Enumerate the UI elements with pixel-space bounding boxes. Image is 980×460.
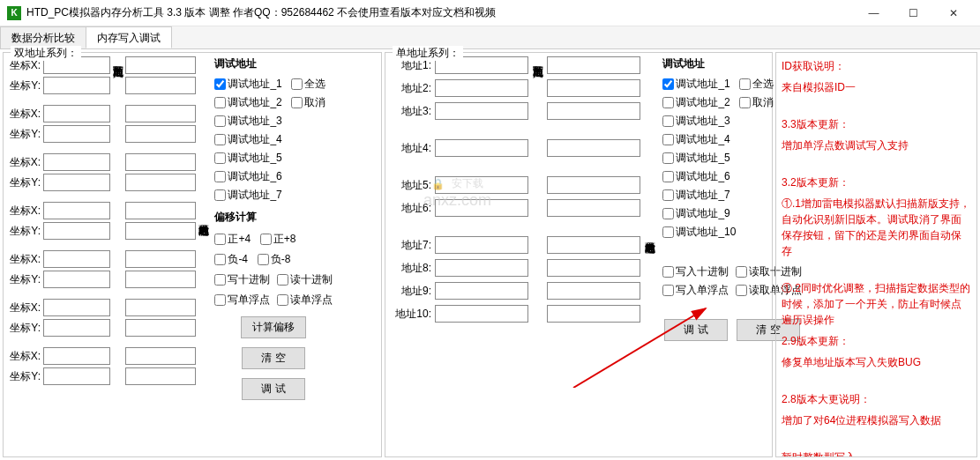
single-chk-6[interactable] <box>662 171 674 182</box>
dual-y2[interactable] <box>43 125 110 143</box>
dual-b12[interactable] <box>125 319 196 337</box>
chk-neg4[interactable] <box>214 254 226 265</box>
dual-y4[interactable] <box>43 222 110 240</box>
dual-b3[interactable] <box>125 105 196 122</box>
dual-x6[interactable] <box>43 299 110 316</box>
dual-chk-4[interactable] <box>214 134 226 145</box>
dual-debug-title: 调试地址 <box>214 56 332 71</box>
addr-b3[interactable] <box>547 102 640 120</box>
dual-y3[interactable] <box>43 174 110 191</box>
addr-b8[interactable] <box>547 259 640 277</box>
addr-4[interactable] <box>435 139 528 157</box>
single-chk-cancel[interactable] <box>739 97 751 108</box>
info-id-title: ID获取说明： <box>782 58 971 74</box>
dual-b1[interactable] <box>125 56 196 74</box>
dual-chk-6[interactable] <box>214 171 226 182</box>
titlebar: K HTD_PC模拟器内存分析工具 3.3 版本 调整 作者QQ：9526844… <box>0 0 980 26</box>
maximize-button[interactable]: ☐ <box>894 1 933 26</box>
dual-x2[interactable] <box>43 105 110 122</box>
single-write-float[interactable] <box>662 285 674 296</box>
addr-6[interactable] <box>435 199 528 217</box>
dual-chk-1[interactable] <box>214 78 226 90</box>
addr-b9[interactable] <box>547 282 640 300</box>
dual-b14[interactable] <box>125 367 196 385</box>
tab-bar: 数据分析比较 内存写入调试 <box>0 26 980 49</box>
addr-2[interactable] <box>435 79 528 97</box>
dual-b7[interactable] <box>125 202 196 219</box>
dual-y6[interactable] <box>43 319 110 337</box>
single-read-dec[interactable] <box>736 266 747 278</box>
addr-7[interactable] <box>435 236 528 254</box>
dual-x5[interactable] <box>43 250 110 268</box>
dual-b5[interactable] <box>125 153 196 171</box>
dual-x4[interactable] <box>43 202 110 219</box>
dual-b13[interactable] <box>125 347 196 365</box>
single-chk-9[interactable] <box>662 208 674 219</box>
dual-coord-col-b <box>125 56 196 400</box>
dual-chk-7[interactable] <box>214 189 226 201</box>
single-debug-button[interactable]: 调 试 <box>664 319 728 341</box>
dual-chk-3[interactable] <box>214 115 226 127</box>
chk-write-float[interactable] <box>214 294 226 306</box>
single-chk-7[interactable] <box>662 189 674 201</box>
single-read-float[interactable] <box>736 285 747 296</box>
window-title: HTD_PC模拟器内存分析工具 3.3 版本 调整 作者QQ：952684462… <box>26 5 854 20</box>
dual-y7[interactable] <box>43 367 110 385</box>
minimize-button[interactable]: — <box>854 1 894 26</box>
chk-write-dec[interactable] <box>214 274 226 286</box>
single-chk-3[interactable] <box>662 115 674 127</box>
dual-debug-button[interactable]: 调 试 <box>242 378 305 400</box>
addr-5[interactable] <box>435 176 528 194</box>
tab-memory-debug[interactable]: 内存写入调试 <box>86 26 172 48</box>
single-address-panel: 单地址系列： 地址1: 地址2: 地址3: 地址4: 地址5: 地址6: 地址7… <box>385 52 773 457</box>
chk-read-float[interactable] <box>277 294 288 306</box>
addr-10[interactable] <box>435 305 528 323</box>
addr-9[interactable] <box>435 282 528 300</box>
addr-b10[interactable] <box>547 305 640 323</box>
chk-pos4[interactable] <box>214 234 226 245</box>
single-chk-all[interactable] <box>739 78 751 90</box>
dual-b4[interactable] <box>125 125 196 143</box>
dual-chk-2[interactable] <box>214 97 226 108</box>
dual-pre-vlabel: 前面是预写入地址 <box>112 56 123 400</box>
addr-3[interactable] <box>435 102 528 120</box>
addr-b1[interactable] <box>547 56 640 74</box>
dual-b10[interactable] <box>125 271 196 288</box>
info-id-line: 来自模拟器ID一 <box>782 79 971 95</box>
dual-y5[interactable] <box>43 271 110 288</box>
info-panel: ID获取说明： 来自模拟器ID一 3.3版本更新： 增加单浮点数调试写入支持 3… <box>775 52 977 457</box>
chk-neg8[interactable] <box>258 254 269 265</box>
single-post-vlabel: 后面是临时内存地址 <box>644 233 655 341</box>
single-write-dec[interactable] <box>662 266 674 278</box>
addr-b7[interactable] <box>547 236 640 254</box>
dual-panel-title: 双地址系列： <box>11 46 81 61</box>
dual-b9[interactable] <box>125 250 196 268</box>
dual-chk-all[interactable] <box>291 78 303 90</box>
chk-pos8[interactable] <box>260 234 272 245</box>
chk-read-dec[interactable] <box>277 274 288 286</box>
calc-offset-button[interactable]: 计算偏移 <box>241 316 306 338</box>
addr-b6[interactable] <box>547 199 640 217</box>
close-button[interactable]: ✕ <box>933 1 973 26</box>
single-chk-10[interactable] <box>662 226 674 238</box>
single-chk-4[interactable] <box>662 134 674 145</box>
addr-b5[interactable] <box>547 176 640 194</box>
dual-b6[interactable] <box>125 174 196 191</box>
dual-x7[interactable] <box>43 347 110 365</box>
dual-chk-cancel[interactable] <box>291 97 303 108</box>
dual-x3[interactable] <box>43 153 110 171</box>
single-panel-title: 单地址系列： <box>393 46 463 61</box>
addr-8[interactable] <box>435 259 528 277</box>
single-chk-2[interactable] <box>662 97 674 108</box>
single-chk-1[interactable] <box>662 78 674 90</box>
addr-b4[interactable] <box>547 139 640 157</box>
dual-b11[interactable] <box>125 299 196 316</box>
addr-b2[interactable] <box>547 79 640 97</box>
info-v32-line1: ①.1增加雷电模拟器默认扫描新版支持，自动化识别新旧版本。调试取消了界面保存按钮… <box>782 196 971 259</box>
dual-clear-button[interactable]: 清 空 <box>242 347 305 369</box>
dual-b8[interactable] <box>125 222 196 240</box>
dual-y1[interactable] <box>43 77 110 94</box>
single-chk-5[interactable] <box>662 152 674 164</box>
dual-chk-5[interactable] <box>214 152 226 164</box>
dual-b2[interactable] <box>125 77 196 94</box>
